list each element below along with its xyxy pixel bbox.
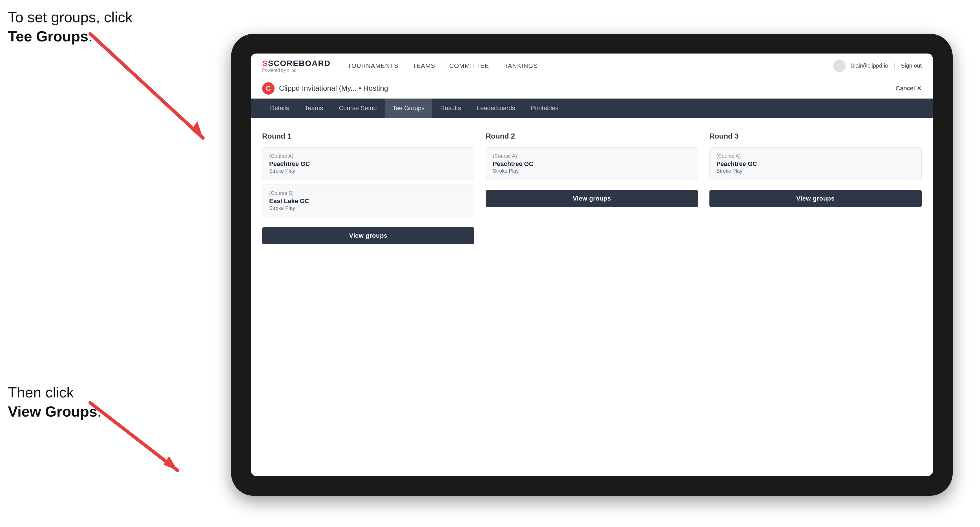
round-3-course-a-name: Peachtree GC bbox=[716, 160, 915, 168]
nav-tournaments[interactable]: TOURNAMENTS bbox=[347, 62, 399, 70]
tablet-frame: SSCOREBOARD Powered by clipd TOURNAMENTS… bbox=[231, 34, 953, 496]
round-1-course-b-label: (Course B) bbox=[269, 190, 467, 196]
round-1-course-b-name: East Lake GC bbox=[269, 197, 467, 205]
sign-out-link[interactable]: Sign out bbox=[901, 62, 922, 69]
nav-separator: | bbox=[894, 62, 895, 69]
round-2-view-groups-button[interactable]: View groups bbox=[486, 190, 698, 207]
round-1-column: Round 1 (Course A) Peachtree GC Stroke P… bbox=[262, 132, 474, 244]
instruction-top-bold: Tee Groups bbox=[8, 28, 88, 44]
round-2-course-a-name: Peachtree GC bbox=[493, 160, 691, 168]
round-1-title: Round 1 bbox=[262, 132, 474, 141]
round-2-column: Round 2 (Course A) Peachtree GC Stroke P… bbox=[486, 132, 698, 244]
tab-teams[interactable]: Teams bbox=[297, 98, 331, 118]
round-1-course-a-card: (Course A) Peachtree GC Stroke Play bbox=[262, 147, 474, 180]
round-1-course-a-format: Stroke Play bbox=[269, 168, 467, 174]
tab-course-setup[interactable]: Course Setup bbox=[331, 98, 385, 118]
nav-committee[interactable]: COMMITTEE bbox=[449, 62, 489, 70]
instruction-bottom-end: . bbox=[97, 403, 101, 420]
cancel-button[interactable]: Cancel ✕ bbox=[896, 85, 922, 92]
nav-teams[interactable]: TEAMS bbox=[412, 62, 435, 70]
round-1-course-b-card: (Course B) East Lake GC Stroke Play bbox=[262, 184, 474, 217]
tab-results[interactable]: Results bbox=[432, 98, 469, 118]
logo-text: SSCOREBOARD bbox=[262, 59, 331, 68]
round-3-title: Round 3 bbox=[710, 132, 922, 141]
user-avatar bbox=[833, 60, 846, 72]
instruction-bottom-bold: View Groups bbox=[8, 403, 97, 420]
logo-s: S bbox=[262, 59, 268, 68]
round-1-course-b-format: Stroke Play bbox=[269, 205, 467, 211]
tab-leaderboards[interactable]: Leaderboards bbox=[469, 98, 523, 118]
tab-bar: Details Teams Course Setup Tee Groups Re… bbox=[251, 98, 933, 118]
instruction-top-line1: To set groups, click bbox=[8, 9, 132, 25]
logo-sub: Powered by clipd bbox=[262, 68, 331, 73]
svg-marker-3 bbox=[164, 456, 178, 470]
svg-line-2 bbox=[90, 403, 178, 470]
event-initial: C bbox=[266, 84, 270, 92]
rounds-grid: Round 1 (Course A) Peachtree GC Stroke P… bbox=[262, 132, 922, 244]
round-2-course-a-card: (Course A) Peachtree GC Stroke Play bbox=[486, 147, 698, 180]
round-1-course-a-label: (Course A) bbox=[269, 153, 467, 159]
nav-right: blair@clippd.io | Sign out bbox=[833, 60, 922, 72]
round-3-course-a-label: (Course A) bbox=[716, 153, 915, 159]
sub-header: C Clippd Invitational (My... • Hosting C… bbox=[251, 78, 933, 98]
user-email: blair@clippd.io bbox=[851, 62, 888, 69]
round-3-course-a-format: Stroke Play bbox=[716, 168, 915, 174]
round-3-column: Round 3 (Course A) Peachtree GC Stroke P… bbox=[710, 132, 922, 244]
round-1-course-a-name: Peachtree GC bbox=[269, 160, 467, 168]
svg-line-0 bbox=[90, 34, 203, 138]
round-1-view-groups-button[interactable]: View groups bbox=[262, 227, 474, 244]
instruction-bottom-line1: Then click bbox=[8, 384, 74, 400]
round-3-course-a-card: (Course A) Peachtree GC Stroke Play bbox=[710, 147, 922, 180]
logo-full: SCOREBOARD bbox=[268, 59, 331, 68]
round-2-title: Round 2 bbox=[486, 132, 698, 141]
top-nav: SSCOREBOARD Powered by clipd TOURNAMENTS… bbox=[251, 54, 933, 78]
tab-printables[interactable]: Printables bbox=[523, 98, 566, 118]
nav-rankings[interactable]: RANKINGS bbox=[503, 62, 538, 70]
event-title: Clippd Invitational (My... • Hosting bbox=[279, 84, 896, 93]
nav-links: TOURNAMENTS TEAMS COMMITTEE RANKINGS bbox=[347, 62, 833, 70]
event-logo: C bbox=[262, 82, 275, 95]
logo-area: SSCOREBOARD Powered by clipd bbox=[262, 59, 331, 73]
tab-details[interactable]: Details bbox=[262, 98, 297, 118]
tab-tee-groups[interactable]: Tee Groups bbox=[385, 98, 433, 118]
tablet-screen: SSCOREBOARD Powered by clipd TOURNAMENTS… bbox=[251, 54, 933, 476]
instruction-bottom: Then click View Groups. bbox=[8, 383, 101, 421]
instruction-top-end: . bbox=[88, 28, 92, 44]
round-2-course-a-format: Stroke Play bbox=[493, 168, 691, 174]
round-3-view-groups-button[interactable]: View groups bbox=[710, 190, 922, 207]
main-content: Round 1 (Course A) Peachtree GC Stroke P… bbox=[251, 118, 933, 476]
round-2-course-a-label: (Course A) bbox=[493, 153, 691, 159]
instruction-top: To set groups, click Tee Groups. bbox=[8, 8, 132, 46]
svg-marker-1 bbox=[192, 121, 203, 138]
